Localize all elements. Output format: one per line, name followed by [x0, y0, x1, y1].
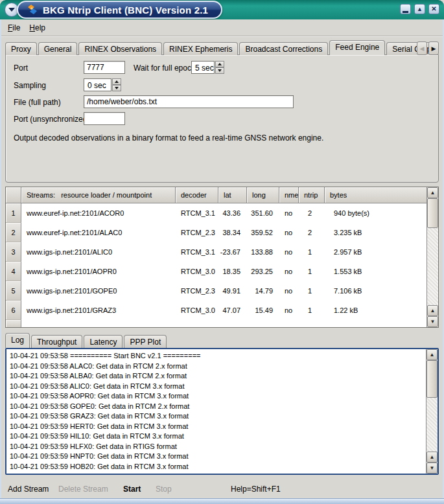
close-icon: ✕	[431, 6, 436, 12]
row-number[interactable]: 6	[6, 301, 21, 320]
table-row[interactable]: 3 www.igs-ip.net:2101/ALIC0 RTCM_3.1 -23…	[6, 242, 438, 262]
log-scrollbar[interactable]: ▲ ▲ ▼	[426, 349, 438, 474]
stop-button[interactable]: Stop	[156, 485, 172, 494]
window-frame-left	[0, 19, 1, 504]
port-input[interactable]	[84, 61, 125, 74]
sampling-spin-buttons	[112, 78, 121, 91]
cell-ntrip: 1	[299, 301, 325, 320]
delete-stream-button[interactable]: Delete Stream	[58, 485, 108, 494]
spin-up-button[interactable]	[112, 78, 121, 85]
cell-mountpoint: www.igs-ip.net:2101/AOPR0	[21, 262, 176, 281]
tab-feed-engine[interactable]: Feed Engine	[329, 40, 385, 55]
minimize-button[interactable]	[400, 4, 411, 14]
cell-nmea: no	[279, 281, 299, 301]
port-label: Port	[14, 63, 28, 73]
menu-help[interactable]: Help	[29, 23, 45, 32]
scroll-down-button[interactable]: ▼	[427, 316, 438, 327]
sampling-spinbox[interactable]: 0 sec	[84, 78, 121, 91]
spin-up-button[interactable]	[215, 61, 224, 67]
log-line: 10-04-21 09:53:58 ALBA0: Get data in RTC…	[10, 371, 426, 382]
port-unsync-input[interactable]	[84, 112, 125, 125]
tab-ppp-plot[interactable]: PPP Plot	[124, 335, 167, 348]
streams-scrollbar[interactable]: ▲ ▲ ▼	[426, 187, 438, 327]
streams-table-header: Streams: resource loader / mountpoint de…	[6, 187, 438, 203]
maximize-icon: ▲	[417, 6, 423, 12]
close-button[interactable]: ✕	[428, 4, 439, 14]
table-row[interactable]: 6 www.igs-ip.net:2101/GRAZ3 RTCM_3.0 47.…	[6, 301, 438, 320]
tab-rinex-ephemeris[interactable]: RINEX Ephemeris	[163, 42, 238, 55]
cell-bytes: 2.957 kB	[325, 242, 438, 262]
arrow-up-icon: ▲	[430, 190, 436, 196]
table-row[interactable]: 5 www.igs-ip.net:2101/GOPE0 RTCM_2.3 49.…	[6, 281, 438, 301]
cell-long: 293.25	[247, 262, 279, 281]
maximize-button[interactable]: ▲	[414, 4, 425, 14]
wait-epoch-spinbox[interactable]: 5 sec	[191, 61, 224, 74]
tab-proxy[interactable]: Proxy	[5, 42, 37, 55]
arrow-up-icon: ▲	[430, 308, 436, 314]
tab-rinex-observations[interactable]: RINEX Observations	[78, 42, 162, 55]
header-mountpoint[interactable]: Streams: resource loader / mountpoint	[21, 187, 176, 203]
arrow-down-icon	[218, 69, 222, 72]
port-unsync-label: Port (unsynchronized)	[14, 115, 89, 124]
log-line: 10-04-21 09:53:58 AOPR0: Get data in RTC…	[10, 391, 426, 402]
row-number[interactable]: 4	[6, 262, 21, 281]
table-row[interactable]: 1 www.euref-ip.net:2101/ACOR0 RTCM_3.1 4…	[6, 203, 438, 223]
tab-throughput[interactable]: Throughput	[31, 335, 82, 348]
cell-bytes: 1.22 kB	[325, 301, 438, 320]
spin-down-button[interactable]	[215, 67, 224, 74]
arrow-right-icon: ▶	[432, 45, 436, 52]
cell-lat: 43.36	[218, 203, 247, 223]
window-controls: ▲ ✕	[400, 4, 439, 14]
row-number-stub	[6, 320, 21, 328]
tab-broadcast-corrections[interactable]: Broadcast Corrections	[239, 42, 328, 55]
file-path-input[interactable]	[84, 95, 294, 108]
header-long[interactable]: long	[247, 187, 279, 203]
header-nmea[interactable]: nmea	[279, 187, 299, 203]
log-panel[interactable]: 10-04-21 09:53:58 ========== Start BNC v…	[5, 348, 439, 475]
menu-file[interactable]: File	[8, 23, 20, 32]
tab-scroll-right-button[interactable]: ▶	[428, 41, 439, 55]
menu-bar: File Help	[0, 19, 444, 36]
cell-ntrip: 2	[299, 203, 325, 223]
table-row[interactable]: 2 www.euref-ip.net:2101/ALAC0 RTCM_2.3 3…	[6, 223, 438, 242]
row-number[interactable]: 3	[6, 242, 21, 262]
scrollbar-track[interactable]	[427, 228, 438, 305]
cell-mountpoint: www.euref-ip.net:2101/ALAC0	[21, 223, 176, 242]
titlebar[interactable]: BKG Ntrip Client (BNC) Version 2.1 ▲ ✕	[0, 0, 444, 19]
add-stream-button[interactable]: Add Stream	[8, 485, 49, 494]
scroll-up-button[interactable]: ▲	[426, 349, 438, 360]
header-ntrip[interactable]: ntrip	[299, 187, 325, 203]
cell-long: 15.49	[247, 301, 279, 320]
tab-log[interactable]: Log	[5, 333, 30, 348]
scrollbar-thumb[interactable]	[426, 360, 438, 398]
scroll-up-button[interactable]: ▲	[427, 187, 438, 198]
scroll-up-button[interactable]: ▲	[426, 452, 438, 463]
header-row-number[interactable]	[6, 187, 21, 203]
cell-nmea: no	[279, 223, 299, 242]
cell-ntrip: 1	[299, 281, 325, 301]
tab-scroll-left-button[interactable]: ◀	[417, 41, 427, 55]
arrow-up-icon: ▲	[430, 455, 435, 460]
row-number[interactable]: 5	[6, 281, 21, 301]
bnc-app-icon	[27, 5, 38, 15]
scrollbar-track[interactable]	[426, 398, 438, 452]
spin-down-button[interactable]	[112, 85, 121, 91]
table-row[interactable]: 4 www.igs-ip.net:2101/AOPR0 RTCM_3.0 18.…	[6, 262, 438, 281]
row-number[interactable]: 1	[6, 203, 21, 223]
scrollbar-thumb[interactable]	[427, 198, 438, 228]
tab-latency[interactable]: Latency	[84, 335, 123, 348]
header-bytes[interactable]: bytes	[325, 187, 427, 203]
header-decoder[interactable]: decoder	[176, 187, 218, 203]
cell-long: 133.88	[247, 242, 279, 262]
sampling-value: 0 sec	[84, 78, 111, 91]
scroll-down-button[interactable]: ▼	[426, 463, 438, 474]
row-number[interactable]: 2	[6, 223, 21, 242]
action-bar: Add Stream Delete Stream Start Stop Help…	[0, 482, 444, 498]
scroll-up-button[interactable]: ▲	[427, 305, 438, 316]
header-lat[interactable]: lat	[218, 187, 247, 203]
log-text-area[interactable]: 10-04-21 09:53:58 ========== Start BNC v…	[6, 349, 426, 474]
tab-general[interactable]: General	[38, 42, 78, 55]
start-button[interactable]: Start	[123, 485, 141, 494]
cell-lat: -23.67	[218, 242, 247, 262]
log-line: 10-04-21 09:53:59 HERT0: Get data in RTC…	[10, 422, 426, 432]
